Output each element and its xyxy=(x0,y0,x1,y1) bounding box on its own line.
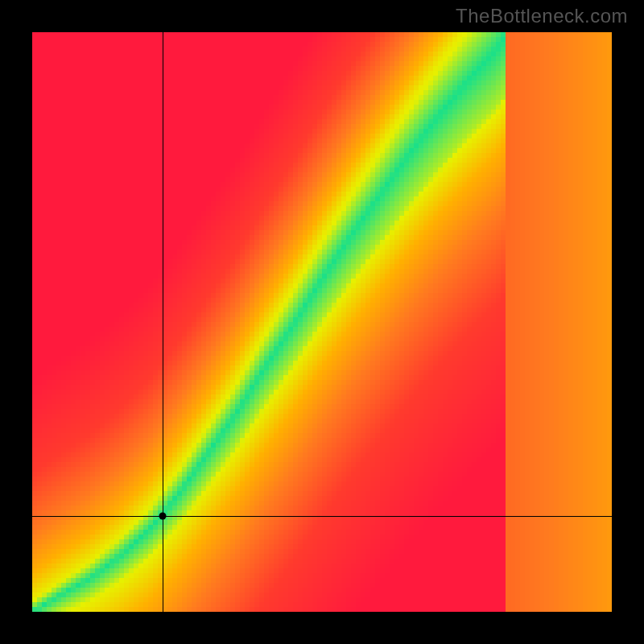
crosshair-vertical xyxy=(163,32,163,612)
heatmap-canvas xyxy=(32,32,612,612)
heatmap-plot xyxy=(32,32,612,612)
chart-frame: TheBottleneck.com xyxy=(0,0,644,644)
watermark-text: TheBottleneck.com xyxy=(456,5,628,27)
selection-marker-dot xyxy=(159,513,167,520)
crosshair-horizontal xyxy=(32,516,612,517)
